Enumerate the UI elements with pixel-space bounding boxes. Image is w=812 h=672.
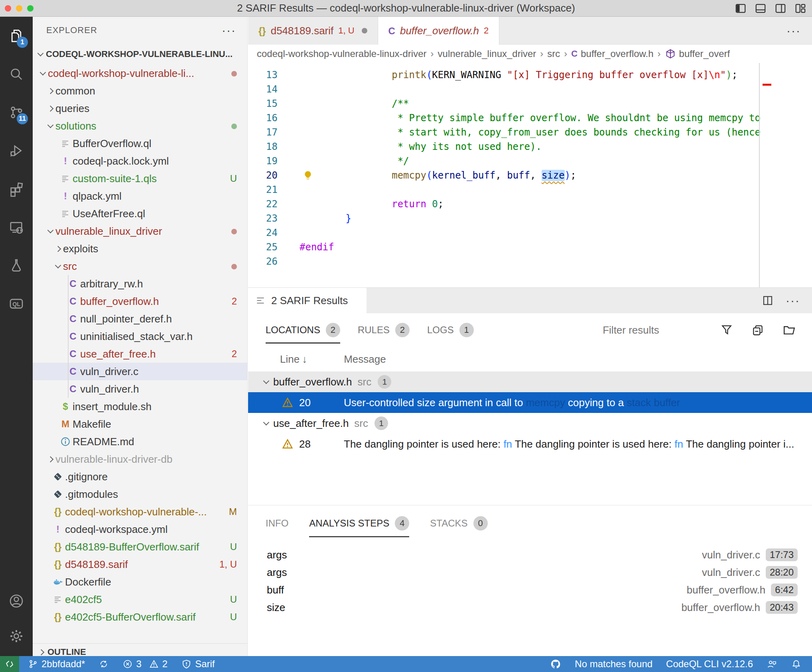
tree-item-qlpack-yml[interactable]: !qlpack.yml (33, 187, 247, 205)
tree-item-use-after-free-h[interactable]: Cuse_after_free.h2 (33, 345, 247, 363)
status-shield[interactable]: Sarif (181, 658, 215, 670)
tree-item-useafterfree-ql[interactable]: UseAfterFree.ql (33, 205, 247, 222)
split-panel-icon[interactable] (762, 295, 774, 307)
step-file[interactable]: buffer_overflow.h (687, 584, 766, 596)
step-file[interactable]: buffer_overflow.h (681, 601, 760, 614)
status-codeql-cli-v2-12-6[interactable]: CodeQL CLI v2.12.6 (666, 658, 753, 670)
customize-layout-icon[interactable] (794, 2, 806, 14)
editor-tab-d548189-sarif[interactable]: {} d548189.sarif 1, U (248, 17, 378, 45)
activity-run-debug-icon[interactable] (0, 132, 33, 170)
minimize-window-button[interactable] (16, 5, 22, 12)
zoom-window-button[interactable] (27, 5, 34, 12)
activity-settings-icon[interactable] (0, 619, 33, 654)
breadcrumb-item[interactable]: codeql-workshop-vulnerable-linux-driver (257, 48, 427, 59)
explorer-more-actions-icon[interactable]: ··· (222, 24, 236, 37)
tree-item-vulnerable-linux-driver[interactable]: vulnerable_linux_driver (33, 222, 247, 240)
code-line-17[interactable]: 17 * start with, copy_from_user does bou… (248, 125, 812, 140)
workspace-section-header[interactable]: CODEQL-WORKSHOP-VULNERABLE-LINU... (33, 44, 247, 65)
result-group-buffer-overflow-h[interactable]: buffer_overflow.h src 1 (248, 371, 812, 392)
tree-item-d548189-sarif[interactable]: {}d548189.sarif1, U (33, 556, 247, 573)
tree-item-buffer-overflow-h[interactable]: Cbuffer_overflow.h2 (33, 293, 247, 310)
breadcrumb-item[interactable]: ›vulnerable_linux_driver (427, 48, 536, 59)
tree-item-codeql-workshop-vulnerable-[interactable]: {}codeql-workshop-vulnerable-...M (33, 503, 247, 521)
editor-tab-buffer-overflow-h[interactable]: C buffer_overflow.h 2 (378, 17, 500, 45)
tree-item-custom-suite-1-qls[interactable]: custom-suite-1.qlsU (33, 170, 247, 187)
tree-item-vulnerable-linux-driver-db[interactable]: vulnerable-linux-driver-db (33, 450, 247, 468)
panel-more-actions-icon[interactable]: ··· (786, 294, 800, 307)
status-bell[interactable] (791, 659, 802, 670)
message-link[interactable]: fn (674, 438, 683, 450)
code-line-22[interactable]: 22 return 0; (248, 197, 812, 211)
toggle-sidebar-icon[interactable] (735, 2, 747, 14)
activity-testing-icon[interactable] (0, 246, 33, 285)
tree-item-e402cf5[interactable]: e402cf5U (33, 591, 247, 608)
tree-item-exploits[interactable]: exploits (33, 240, 247, 257)
tree-item-dockerfile[interactable]: Dockerfile (33, 573, 247, 591)
tree-item-e402cf5-bufferoverflow-sarif[interactable]: {}e402cf5-BufferOverflow.sarifU (33, 608, 247, 626)
filter-results-input[interactable]: Filter results (551, 324, 711, 336)
breadcrumb-item[interactable]: ›Cbuffer_overflow.h (560, 48, 653, 59)
analysis-step-row[interactable]: args vuln_driver.c 17:73 (248, 546, 812, 564)
analysis-step-row[interactable]: buff buffer_overflow.h 6:42 (248, 581, 812, 599)
message-column-header[interactable]: Message (344, 353, 386, 365)
code-line-16[interactable]: 16 * Pretty simple buffer overflow. We s… (248, 111, 812, 125)
activity-search-icon[interactable] (0, 55, 33, 93)
message-link[interactable]: stack buffer (627, 397, 680, 409)
tree-item-insert-module-sh[interactable]: $insert_module.sh (33, 398, 247, 415)
step-file[interactable]: vuln_driver.c (702, 549, 760, 561)
tree-item-d548189-bufferoverflow-sarif[interactable]: {}d548189-BufferOverflow.sarifU (33, 538, 247, 556)
toggle-secondary-sidebar-icon[interactable] (775, 2, 786, 14)
code-line-14[interactable]: 14 (248, 82, 812, 96)
outline-section-header[interactable]: OUTLINE (33, 643, 247, 656)
tree-item-readme-md[interactable]: README.md (33, 433, 247, 450)
code-line-23[interactable]: 23 } (248, 211, 812, 226)
tree-item-arbitrary-rw-h[interactable]: Carbitrary_rw.h (33, 275, 247, 293)
activity-account-icon[interactable] (0, 584, 33, 619)
tree-item--gitignore[interactable]: .gitignore (33, 468, 247, 485)
message-link[interactable]: fn (503, 438, 512, 450)
tree-item-codeql-workspace-yml[interactable]: !codeql-workspace.yml (33, 521, 247, 538)
copy-results-icon[interactable] (751, 324, 764, 336)
details-tab-analysis-steps[interactable]: ANALYSIS STEPS4 (309, 505, 409, 541)
tree-item-makefile[interactable]: MMakefile (33, 415, 247, 433)
result-row-line-20[interactable]: 20 User-controlled size argument in call… (248, 392, 812, 413)
tree-item-vuln-driver-h[interactable]: Cvuln_driver.h (33, 380, 247, 398)
activity-extensions-icon[interactable] (0, 170, 33, 208)
details-tab-stacks[interactable]: STACKS0 (430, 505, 487, 541)
code-line-20[interactable]: 20 memcpy(kernel_buff, buff, size); (248, 168, 812, 183)
tree-item-null-pointer-deref-h[interactable]: Cnull_pointer_deref.h (33, 310, 247, 328)
tree-item--gitmodules[interactable]: .gitmodules (33, 485, 247, 503)
code-line-15[interactable]: 15 /** (248, 96, 812, 111)
status-sync[interactable] (99, 659, 109, 669)
status-github[interactable] (550, 658, 561, 670)
activity-explorer-icon[interactable]: 1 (0, 17, 33, 55)
tree-item-vuln-driver-c[interactable]: Cvuln_driver.c (33, 363, 247, 380)
remote-indicator[interactable] (0, 656, 19, 672)
result-group-use-after-free-h[interactable]: use_after_free.h src 1 (248, 413, 812, 434)
tree-item-src[interactable]: src (33, 257, 247, 275)
activity-remote-explorer-icon[interactable] (0, 208, 33, 246)
sarif-tab-rules[interactable]: RULES2 (358, 313, 410, 347)
code-line-19[interactable]: 19 */ (248, 154, 812, 168)
status-feedback[interactable] (767, 659, 777, 670)
analysis-step-row[interactable]: size buffer_overflow.h 20:43 (248, 599, 812, 616)
tree-item-bufferoverflow-ql[interactable]: BufferOverflow.ql (33, 135, 247, 152)
tree-item-codeql-pack-lock-yml[interactable]: !codeql-pack.lock.yml (33, 152, 247, 170)
activity-source-control-icon[interactable]: 11 (0, 93, 33, 132)
status-branch[interactable]: 2bbfdadd* (28, 658, 85, 670)
code-line-26[interactable]: 26 (248, 254, 812, 269)
filter-icon[interactable] (720, 324, 733, 336)
open-log-icon[interactable] (782, 323, 796, 337)
toggle-panel-icon[interactable] (755, 2, 767, 14)
code-line-13[interactable]: 13 printk(KERN_WARNING "[x] Triggering b… (248, 68, 812, 82)
code-line-21[interactable]: 21 (248, 183, 812, 197)
sarif-panel-tab[interactable]: 2 SARIF Results (248, 288, 367, 313)
analysis-step-row[interactable]: args vuln_driver.c 28:20 (248, 564, 812, 581)
code-line-24[interactable]: 24 (248, 226, 812, 240)
tree-item-codeql-workshop-vulnerable-li-[interactable]: codeql-workshop-vulnerable-li... (33, 65, 247, 82)
breadcrumb-item[interactable]: ›src (536, 48, 560, 59)
editor-more-actions-icon[interactable]: ··· (786, 17, 812, 44)
code-editor[interactable]: 13 printk(KERN_WARNING "[x] Triggering b… (248, 63, 812, 287)
tree-item-queries[interactable]: queries (33, 100, 247, 117)
result-row-line-28[interactable]: 28 The dangling pointer is used here: fn… (248, 434, 812, 454)
